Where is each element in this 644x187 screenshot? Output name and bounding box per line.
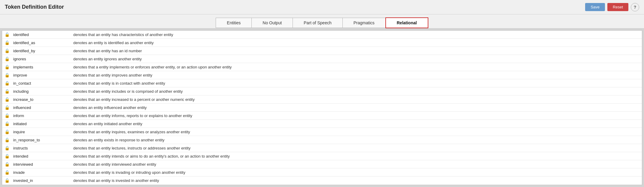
token-name: invade <box>11 168 71 176</box>
tab-no-output[interactable]: No Output <box>251 18 293 28</box>
token-name: initiated <box>11 120 71 128</box>
lock-icon: 🔒 <box>5 65 10 69</box>
table-row[interactable]: 🔒initiateddenotes an entity initiated an… <box>2 120 642 128</box>
table-row[interactable]: 🔒inquiredenotes that an entity inquires,… <box>2 128 642 136</box>
table-row[interactable]: 🔒intervieweddenotes that an entity inter… <box>2 160 642 168</box>
lock-icon: 🔒 <box>5 146 10 150</box>
help-button[interactable]: ? <box>631 3 639 11</box>
token-name: in_contact <box>11 79 71 87</box>
tab-pragmatics[interactable]: Pragmatics <box>342 18 385 28</box>
lock-icon: 🔒 <box>5 81 10 86</box>
token-name: identified_as <box>11 39 71 47</box>
save-button[interactable]: Save <box>585 3 605 11</box>
token-name: influenced <box>11 104 71 112</box>
lock-icon-cell: 🔒 <box>2 39 11 47</box>
lock-icon: 🔒 <box>5 170 10 175</box>
token-name: instructs <box>11 144 71 152</box>
token-name: implements <box>11 63 71 71</box>
table-row[interactable]: 🔒invested_indenotes that an entity is in… <box>2 176 642 185</box>
lock-icon: 🔒 <box>5 137 10 142</box>
lock-icon-cell: 🔒 <box>2 104 11 112</box>
token-name: ignores <box>11 55 71 63</box>
token-description: denotes that an entity interviewed anoth… <box>71 160 642 168</box>
lock-icon: 🔒 <box>5 113 10 118</box>
token-description: denotes that an entity is in contact wit… <box>71 79 642 87</box>
lock-icon: 🔒 <box>5 178 10 183</box>
title-bar: Token Definition Editor Save Reset ? <box>0 0 644 14</box>
token-description: denotes that an entity inquires, examine… <box>71 128 642 136</box>
token-name: identified_by <box>11 47 71 55</box>
lock-icon: 🔒 <box>5 154 10 158</box>
lock-icon-cell: 🔒 <box>2 79 11 87</box>
token-name: interviewed <box>11 160 71 168</box>
lock-icon: 🔒 <box>5 121 10 126</box>
table-row[interactable]: 🔒instructsdenotes that an entity lecture… <box>2 144 642 152</box>
lock-icon: 🔒 <box>5 105 10 110</box>
lock-icon: 🔒 <box>5 40 10 45</box>
lock-icon-cell: 🔒 <box>2 71 11 79</box>
token-description: denotes an entity initiated another enti… <box>71 120 642 128</box>
reset-button[interactable]: Reset <box>607 3 628 11</box>
token-description: denotes an entity ignores another entity <box>71 55 642 63</box>
table-row[interactable]: 🔒implementsdenotes that a entity impleme… <box>2 63 642 71</box>
token-description: denotes an entity is identified as anoth… <box>71 39 642 47</box>
lock-icon: 🔒 <box>5 129 10 134</box>
app-title: Token Definition Editor <box>5 4 64 10</box>
tabs-bar: EntitiesNo OutputPart of SpeechPragmatic… <box>0 14 644 29</box>
lock-icon-cell: 🔒 <box>2 95 11 104</box>
token-description: denotes an entity exists in response to … <box>71 136 642 144</box>
table-row[interactable]: 🔒influenceddenotes an entity influenced … <box>2 104 642 112</box>
token-name: including <box>11 87 71 95</box>
lock-icon: 🔒 <box>5 73 10 77</box>
table-row[interactable]: 🔒informdenotes that an entity informs, r… <box>2 112 642 120</box>
tab-part-of-speech[interactable]: Part of Speech <box>293 18 342 28</box>
table-row[interactable]: 🔒includingdenotes that an entity include… <box>2 87 642 95</box>
token-name: inform <box>11 112 71 120</box>
table-row[interactable]: 🔒improvedenotes that an entity improves … <box>2 71 642 79</box>
token-name: identified <box>11 31 71 39</box>
token-name: intended <box>11 152 71 160</box>
table-row[interactable]: 🔒identifieddenotes that an entity has ch… <box>2 31 642 39</box>
lock-icon-cell: 🔒 <box>2 160 11 168</box>
token-description: denotes that an entity increased to a pe… <box>71 95 642 104</box>
main-content: 🔒identifieddenotes that an entity has ch… <box>2 30 642 185</box>
table-row[interactable]: 🔒identified_bydenotes that an entity has… <box>2 47 642 55</box>
token-name: invested_in <box>11 176 71 185</box>
token-description: denotes that an entity includes or is co… <box>71 87 642 95</box>
lock-icon: 🔒 <box>5 56 10 61</box>
lock-icon-cell: 🔒 <box>2 168 11 176</box>
tab-relational[interactable]: Relational <box>385 17 428 28</box>
token-description: denotes that an entity improves another … <box>71 71 642 79</box>
token-description: denotes an entity influenced another ent… <box>71 104 642 112</box>
table-row[interactable]: 🔒in_response_todenotes an entity exists … <box>2 136 642 144</box>
table-row[interactable]: 🔒in_contactdenotes that an entity is in … <box>2 79 642 87</box>
lock-icon-cell: 🔒 <box>2 112 11 120</box>
token-name: in_response_to <box>11 136 71 144</box>
lock-icon-cell: 🔒 <box>2 31 11 39</box>
table-row[interactable]: 🔒ignoresdenotes an entity ignores anothe… <box>2 55 642 63</box>
tab-entities[interactable]: Entities <box>216 18 251 28</box>
lock-icon-cell: 🔒 <box>2 47 11 55</box>
table-row[interactable]: 🔒intendeddenotes that an entity intends … <box>2 152 642 160</box>
title-bar-actions: Save Reset ? <box>585 3 639 11</box>
token-description: denotes that an entity has an id number <box>71 47 642 55</box>
lock-icon: 🔒 <box>5 162 10 167</box>
lock-icon-cell: 🔒 <box>2 136 11 144</box>
table-row[interactable]: 🔒invadedenotes that an entity is invadin… <box>2 168 642 176</box>
lock-icon-cell: 🔒 <box>2 152 11 160</box>
table-row[interactable]: 🔒increase_todenotes that an entity incre… <box>2 95 642 104</box>
lock-icon: 🔒 <box>5 89 10 94</box>
table-row[interactable]: 🔒identified_asdenotes an entity is ident… <box>2 39 642 47</box>
lock-icon-cell: 🔒 <box>2 55 11 63</box>
token-description: denotes that an entity has characteristi… <box>71 31 642 39</box>
lock-icon-cell: 🔒 <box>2 144 11 152</box>
token-description: denotes that an entity is invested in an… <box>71 176 642 185</box>
lock-icon-cell: 🔒 <box>2 128 11 136</box>
token-description: denotes that an entity lectures, instruc… <box>71 144 642 152</box>
lock-icon-cell: 🔒 <box>2 176 11 185</box>
lock-icon: 🔒 <box>5 97 10 102</box>
token-name: increase_to <box>11 95 71 104</box>
lock-icon: 🔒 <box>5 48 10 53</box>
table-scroll[interactable]: 🔒identifieddenotes that an entity has ch… <box>2 31 642 185</box>
token-name: improve <box>11 71 71 79</box>
